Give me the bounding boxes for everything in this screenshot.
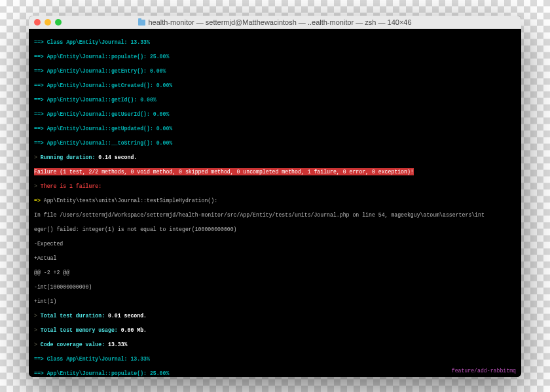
failure-count: > There is 1 failure: (34, 183, 516, 190)
coverage-line: ==> App\Entity\Journal::getEntry(): 0.00… (34, 67, 516, 75)
total-duration: > Total test duration: 0.01 second. (34, 312, 516, 319)
coverage-line: ==> App\Entity\Journal::getId(): 0.00% (34, 96, 516, 103)
diff-minus: -int(100000000000) (34, 283, 516, 291)
coverage-line: ==> App\Entity\Journal::__toString(): 0.… (34, 139, 516, 147)
git-branch: feature/add-rabbitmq (452, 367, 516, 374)
failure-banner: Failure (1 test, 2/2 methods, 0 void met… (34, 168, 516, 175)
assert-detail: In file /Users/settermjd/Workspace/sette… (34, 211, 516, 219)
terminal-window: health-monitor — settermjd@Matthewacinto… (29, 16, 521, 377)
coverage-value: > Code coverage value: 13.33% (34, 341, 516, 348)
total-memory: > Total test memory usage: 0.00 Mb. (34, 327, 516, 334)
close-icon[interactable] (34, 19, 41, 26)
traffic-lights (34, 19, 62, 26)
coverage-line: ==> App\Entity\Journal::getCreated(): 0.… (34, 82, 516, 89)
folder-icon (138, 20, 145, 26)
diff-actual: +Actual (34, 255, 516, 262)
running-duration: > Running duration: 0.14 second. (34, 154, 516, 161)
window-title-text: health-monitor — settermjd@Matthewacinto… (148, 18, 411, 26)
coverage-line: ==> App\Entity\Journal::getUserId(): 0.0… (34, 111, 516, 118)
coverage-line: ==> Class App\Entity\Journal: 13.33% (34, 355, 516, 363)
coverage-line: ==> App\Entity\Journal::populate(): 25.0… (34, 53, 516, 60)
coverage-line: ==> App\Entity\Journal::getUpdated(): 0.… (34, 125, 516, 132)
diff-expected: -Expected (34, 240, 516, 247)
diff-plus: +int(1) (34, 298, 516, 305)
assert-detail: eger() failed: integer(1) is not equal t… (34, 226, 516, 233)
coverage-line: ==> App\Entity\Journal::populate(): 25.0… (34, 370, 516, 377)
test-name: => App\Entity\tests\units\Journal::testS… (34, 197, 516, 204)
minimize-icon[interactable] (45, 19, 51, 26)
diff-hunk: @@ -2 +2 @@ (34, 269, 516, 276)
coverage-line: ==> Class App\Entity\Journal: 13.33% (34, 39, 516, 46)
window-title: health-monitor — settermjd@Matthewacinto… (29, 18, 521, 26)
titlebar: health-monitor — settermjd@Matthewacinto… (29, 16, 521, 29)
zoom-icon[interactable] (55, 19, 62, 26)
terminal-content[interactable]: ==> Class App\Entity\Journal: 13.33% ==>… (29, 29, 521, 377)
